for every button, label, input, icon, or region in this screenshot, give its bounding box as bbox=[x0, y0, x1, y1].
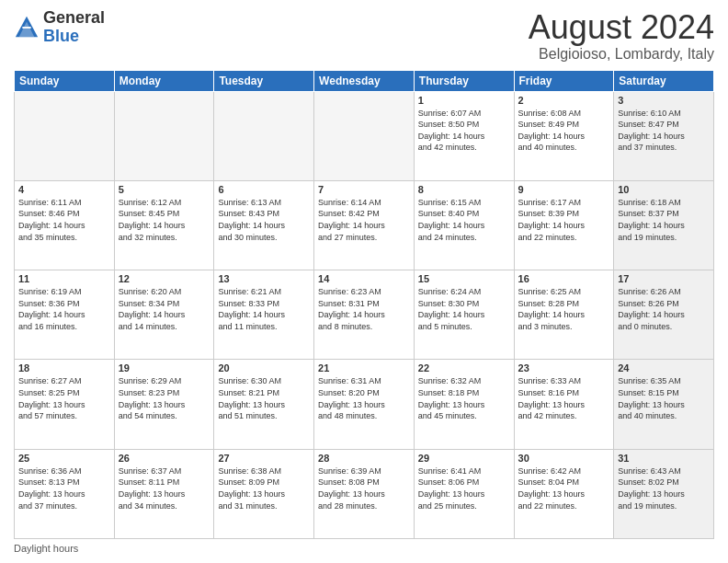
day-number: 23 bbox=[518, 362, 610, 373]
calendar-cell: 7Sunrise: 6:14 AM Sunset: 8:42 PM Daylig… bbox=[314, 180, 415, 270]
calendar-cell: 4Sunrise: 6:11 AM Sunset: 8:46 PM Daylig… bbox=[15, 180, 115, 270]
col-wednesday: Wednesday bbox=[314, 70, 415, 91]
calendar-cell: 21Sunrise: 6:31 AM Sunset: 8:20 PM Dayli… bbox=[314, 360, 415, 449]
calendar-cell: 25Sunrise: 6:36 AM Sunset: 8:13 PM Dayli… bbox=[15, 449, 115, 538]
calendar-header-row: Sunday Monday Tuesday Wednesday Thursday… bbox=[15, 70, 714, 91]
day-number: 1 bbox=[418, 95, 510, 106]
day-info: Sunrise: 6:37 AM Sunset: 8:11 PM Dayligh… bbox=[119, 465, 210, 511]
day-info: Sunrise: 6:38 AM Sunset: 8:09 PM Dayligh… bbox=[218, 465, 310, 511]
day-info: Sunrise: 6:10 AM Sunset: 8:47 PM Dayligh… bbox=[618, 108, 710, 154]
day-number: 7 bbox=[318, 184, 410, 195]
day-info: Sunrise: 6:41 AM Sunset: 8:06 PM Dayligh… bbox=[418, 465, 510, 511]
calendar-cell bbox=[314, 91, 415, 180]
logo-blue-text: Blue bbox=[43, 27, 79, 45]
day-info: Sunrise: 6:14 AM Sunset: 8:42 PM Dayligh… bbox=[318, 197, 410, 243]
day-number: 29 bbox=[418, 453, 510, 464]
col-tuesday: Tuesday bbox=[214, 70, 314, 91]
calendar-cell: 6Sunrise: 6:13 AM Sunset: 8:43 PM Daylig… bbox=[214, 180, 314, 270]
calendar-cell: 19Sunrise: 6:29 AM Sunset: 8:23 PM Dayli… bbox=[114, 360, 214, 449]
day-number: 22 bbox=[418, 362, 510, 373]
calendar-cell bbox=[114, 91, 214, 180]
day-number: 26 bbox=[119, 453, 210, 464]
calendar-cell: 12Sunrise: 6:20 AM Sunset: 8:34 PM Dayli… bbox=[114, 270, 214, 360]
day-info: Sunrise: 6:43 AM Sunset: 8:02 PM Dayligh… bbox=[618, 465, 710, 511]
calendar-cell: 3Sunrise: 6:10 AM Sunset: 8:47 PM Daylig… bbox=[614, 91, 714, 180]
calendar-cell: 15Sunrise: 6:24 AM Sunset: 8:30 PM Dayli… bbox=[414, 270, 514, 360]
calendar-week-row-1: 1Sunrise: 6:07 AM Sunset: 8:50 PM Daylig… bbox=[15, 91, 714, 180]
logo: General Blue bbox=[14, 9, 105, 46]
col-sunday: Sunday bbox=[15, 70, 115, 91]
calendar-cell bbox=[214, 91, 314, 180]
calendar-cell: 17Sunrise: 6:26 AM Sunset: 8:26 PM Dayli… bbox=[614, 270, 714, 360]
calendar-cell: 27Sunrise: 6:38 AM Sunset: 8:09 PM Dayli… bbox=[214, 449, 314, 538]
month-title: August 2024 bbox=[529, 9, 714, 46]
day-info: Sunrise: 6:25 AM Sunset: 8:28 PM Dayligh… bbox=[518, 286, 610, 332]
col-monday: Monday bbox=[114, 70, 214, 91]
day-info: Sunrise: 6:32 AM Sunset: 8:18 PM Dayligh… bbox=[418, 375, 510, 421]
page: General Blue August 2024 Belgioioso, Lom… bbox=[0, 0, 728, 563]
day-info: Sunrise: 6:12 AM Sunset: 8:45 PM Dayligh… bbox=[119, 197, 210, 243]
day-info: Sunrise: 6:08 AM Sunset: 8:49 PM Dayligh… bbox=[518, 108, 610, 154]
header: General Blue August 2024 Belgioioso, Lom… bbox=[14, 9, 714, 63]
col-saturday: Saturday bbox=[614, 70, 714, 91]
footer: Daylight hours bbox=[14, 543, 714, 554]
day-number: 27 bbox=[218, 453, 310, 464]
day-number: 3 bbox=[618, 95, 710, 106]
calendar-cell: 1Sunrise: 6:07 AM Sunset: 8:50 PM Daylig… bbox=[414, 91, 514, 180]
title-block: August 2024 Belgioioso, Lombardy, Italy bbox=[529, 9, 714, 63]
day-number: 8 bbox=[418, 184, 510, 195]
calendar-table: Sunday Monday Tuesday Wednesday Thursday… bbox=[14, 70, 714, 539]
day-number: 19 bbox=[119, 362, 210, 373]
day-number: 31 bbox=[618, 453, 710, 464]
calendar-cell: 13Sunrise: 6:21 AM Sunset: 8:33 PM Dayli… bbox=[214, 270, 314, 360]
location-title: Belgioioso, Lombardy, Italy bbox=[529, 46, 714, 63]
calendar-week-row-5: 25Sunrise: 6:36 AM Sunset: 8:13 PM Dayli… bbox=[15, 449, 714, 538]
calendar-cell: 2Sunrise: 6:08 AM Sunset: 8:49 PM Daylig… bbox=[514, 91, 614, 180]
calendar-cell: 24Sunrise: 6:35 AM Sunset: 8:15 PM Dayli… bbox=[614, 360, 714, 449]
day-number: 17 bbox=[618, 273, 710, 284]
day-number: 10 bbox=[618, 184, 710, 195]
day-number: 14 bbox=[318, 273, 410, 284]
day-info: Sunrise: 6:29 AM Sunset: 8:23 PM Dayligh… bbox=[119, 375, 210, 421]
day-info: Sunrise: 6:26 AM Sunset: 8:26 PM Dayligh… bbox=[618, 286, 710, 332]
calendar-cell: 29Sunrise: 6:41 AM Sunset: 8:06 PM Dayli… bbox=[414, 449, 514, 538]
day-number: 15 bbox=[418, 273, 510, 284]
day-info: Sunrise: 6:33 AM Sunset: 8:16 PM Dayligh… bbox=[518, 375, 610, 421]
day-info: Sunrise: 6:07 AM Sunset: 8:50 PM Dayligh… bbox=[418, 108, 510, 154]
day-info: Sunrise: 6:19 AM Sunset: 8:36 PM Dayligh… bbox=[18, 286, 110, 332]
logo-text: General Blue bbox=[43, 9, 105, 46]
day-info: Sunrise: 6:35 AM Sunset: 8:15 PM Dayligh… bbox=[618, 375, 710, 421]
day-info: Sunrise: 6:11 AM Sunset: 8:46 PM Dayligh… bbox=[18, 197, 110, 243]
calendar-cell: 22Sunrise: 6:32 AM Sunset: 8:18 PM Dayli… bbox=[414, 360, 514, 449]
day-info: Sunrise: 6:36 AM Sunset: 8:13 PM Dayligh… bbox=[18, 465, 110, 511]
calendar-week-row-3: 11Sunrise: 6:19 AM Sunset: 8:36 PM Dayli… bbox=[15, 270, 714, 360]
day-number: 16 bbox=[518, 273, 610, 284]
calendar-cell: 28Sunrise: 6:39 AM Sunset: 8:08 PM Dayli… bbox=[314, 449, 415, 538]
col-friday: Friday bbox=[514, 70, 614, 91]
day-info: Sunrise: 6:13 AM Sunset: 8:43 PM Dayligh… bbox=[218, 197, 310, 243]
calendar-cell bbox=[15, 91, 115, 180]
calendar-cell: 11Sunrise: 6:19 AM Sunset: 8:36 PM Dayli… bbox=[15, 270, 115, 360]
day-info: Sunrise: 6:30 AM Sunset: 8:21 PM Dayligh… bbox=[218, 375, 310, 421]
calendar-cell: 14Sunrise: 6:23 AM Sunset: 8:31 PM Dayli… bbox=[314, 270, 415, 360]
day-info: Sunrise: 6:15 AM Sunset: 8:40 PM Dayligh… bbox=[418, 197, 510, 243]
day-info: Sunrise: 6:17 AM Sunset: 8:39 PM Dayligh… bbox=[518, 197, 610, 243]
logo-icon bbox=[14, 15, 40, 40]
day-number: 4 bbox=[18, 184, 110, 195]
day-number: 11 bbox=[18, 273, 110, 284]
calendar-cell: 26Sunrise: 6:37 AM Sunset: 8:11 PM Dayli… bbox=[114, 449, 214, 538]
calendar-week-row-2: 4Sunrise: 6:11 AM Sunset: 8:46 PM Daylig… bbox=[15, 180, 714, 270]
day-info: Sunrise: 6:39 AM Sunset: 8:08 PM Dayligh… bbox=[318, 465, 410, 511]
calendar-cell: 8Sunrise: 6:15 AM Sunset: 8:40 PM Daylig… bbox=[414, 180, 514, 270]
day-number: 24 bbox=[618, 362, 710, 373]
day-info: Sunrise: 6:31 AM Sunset: 8:20 PM Dayligh… bbox=[318, 375, 410, 421]
day-number: 20 bbox=[218, 362, 310, 373]
calendar-cell: 18Sunrise: 6:27 AM Sunset: 8:25 PM Dayli… bbox=[15, 360, 115, 449]
day-number: 13 bbox=[218, 273, 310, 284]
calendar-cell: 23Sunrise: 6:33 AM Sunset: 8:16 PM Dayli… bbox=[514, 360, 614, 449]
day-info: Sunrise: 6:24 AM Sunset: 8:30 PM Dayligh… bbox=[418, 286, 510, 332]
day-info: Sunrise: 6:21 AM Sunset: 8:33 PM Dayligh… bbox=[218, 286, 310, 332]
col-thursday: Thursday bbox=[414, 70, 514, 91]
calendar-cell: 16Sunrise: 6:25 AM Sunset: 8:28 PM Dayli… bbox=[514, 270, 614, 360]
svg-rect-2 bbox=[22, 27, 30, 29]
